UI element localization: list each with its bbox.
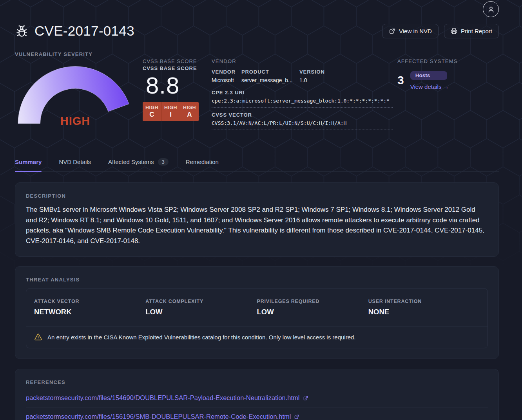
print-report-label: Print Report — [461, 28, 492, 34]
tab-bar: Summary NVD Details Affected Systems 3 R… — [15, 158, 499, 172]
vendor-field-value: Microsoft — [212, 77, 234, 83]
integrity-letter: I — [170, 111, 172, 119]
attack-complexity-label: ATTACK COMPLEXITY — [145, 299, 257, 304]
description-card: DESCRIPTION The SMBv1 server in Microsof… — [15, 182, 499, 257]
external-link-icon — [389, 28, 395, 34]
cpe-uri-value: cpe:2.3:a:microsoft:server_message_block… — [212, 98, 393, 108]
cvss-vector-label: CVSS VECTOR — [212, 112, 393, 118]
attack-vector-label: ATTACK VECTOR — [34, 299, 145, 304]
cvss-vector-block: CVSS VECTOR CVSS:3.1/AV:N/AC:L/PR:L/UI:N… — [212, 112, 393, 130]
severity-gauge: HIGH — [15, 65, 136, 128]
vendor-section-label: VENDOR — [212, 58, 393, 64]
cia-impact-badges: HIGH C HIGH I HIGH A — [143, 102, 199, 121]
severity-gauge-label: HIGH — [15, 115, 136, 128]
severity-column: VULNERABILITY SEVERITY HIGH — [15, 51, 141, 130]
privileges-required-label: PRIVILEGES REQUIRED — [257, 299, 368, 304]
cpe-uri-label: CPE 2.3 URI — [212, 90, 393, 96]
tab-nvd-details[interactable]: NVD Details — [59, 158, 91, 171]
affected-systems-count: 3 — [397, 74, 404, 86]
tab-affected-systems-label: Affected Systems — [108, 159, 154, 165]
references-card: REFERENCES packetstormsecurity.com/files… — [15, 369, 499, 420]
threat-analysis-card: THREAT ANALYSIS ATTACK VECTOR NETWORK AT… — [15, 266, 499, 359]
attack-vector-metric: ATTACK VECTOR NETWORK — [34, 299, 145, 316]
tab-summary[interactable]: Summary — [15, 158, 42, 171]
product-field-label: PRODUCT — [241, 69, 299, 75]
hosts-badge: Hosts — [410, 71, 447, 80]
view-details-link[interactable]: View details → — [410, 83, 449, 90]
attack-vector-value: NETWORK — [34, 308, 145, 316]
external-link-icon — [303, 395, 308, 401]
vendor-field-label: VENDOR — [212, 69, 241, 75]
reference-link-1-text: packetstormsecurity.com/files/154690/DOU… — [26, 394, 300, 402]
cpe-uri-block: CPE 2.3 URI cpe:2.3:a:microsoft:server_m… — [212, 90, 393, 108]
tab-remediation-label: Remediation — [186, 159, 219, 165]
threat-analysis-label: THREAT ANALYSIS — [26, 277, 488, 283]
tab-remediation[interactable]: Remediation — [186, 158, 219, 171]
view-in-nvd-label: View in NVD — [399, 28, 432, 34]
reference-link-2[interactable]: packetstormsecurity.com/files/156196/SMB… — [26, 413, 299, 420]
product-field: PRODUCT server_message_b... — [241, 69, 299, 84]
reference-row: packetstormsecurity.com/files/154690/DOU… — [26, 389, 488, 407]
privileges-required-value: LOW — [257, 308, 368, 316]
cvss-score-value: 8.8 — [146, 73, 201, 98]
user-avatar[interactable] — [483, 1, 499, 17]
description-label: DESCRIPTION — [26, 193, 488, 199]
reference-row: packetstormsecurity.com/files/156196/SMB… — [26, 407, 488, 420]
integrity-level: HIGH — [164, 105, 177, 110]
user-interaction-value: NONE — [368, 308, 480, 316]
cvss-score-label-bold: CVSS BASE SCORE — [143, 65, 201, 71]
view-in-nvd-button[interactable]: View in NVD — [382, 24, 439, 38]
print-report-button[interactable]: Print Report — [444, 24, 499, 38]
version-field: VERSION 1.0 — [299, 69, 393, 84]
user-icon — [487, 5, 495, 14]
cvss-score-column: CVSS BASE SCORE CVSS BASE SCORE 8.8 HIGH… — [143, 58, 201, 130]
tab-summary-label: Summary — [15, 159, 42, 165]
availability-level: HIGH — [183, 105, 196, 110]
warning-triangle-icon — [34, 333, 42, 341]
external-link-icon — [294, 414, 299, 420]
integrity-badge: HIGH I — [161, 102, 180, 121]
availability-letter: A — [187, 111, 192, 119]
affected-systems-label: AFFECTED SYSTEMS — [397, 58, 499, 64]
reference-link-2-text: packetstormsecurity.com/files/156196/SMB… — [26, 413, 291, 420]
confidentiality-badge: HIGH C — [143, 102, 161, 121]
confidentiality-letter: C — [149, 111, 154, 119]
references-label: REFERENCES — [26, 379, 488, 385]
printer-icon — [451, 28, 457, 34]
tab-affected-systems-count-badge: 3 — [158, 158, 169, 166]
top-bar — [15, 0, 499, 19]
page-header: CVE-2017-0143 View in NVD Print Report — [15, 23, 499, 39]
threat-metrics-box: ATTACK VECTOR NETWORK ATTACK COMPLEXITY … — [26, 288, 488, 348]
reference-link-1[interactable]: packetstormsecurity.com/files/154690/DOU… — [26, 394, 308, 402]
version-field-value: 1.0 — [299, 77, 307, 83]
user-interaction-metric: USER INTERACTION NONE — [368, 299, 480, 316]
tab-nvd-details-label: NVD Details — [59, 159, 91, 165]
vendor-column: VENDOR VENDOR Microsoft PRODUCT server_m… — [212, 58, 393, 130]
product-field-value: server_message_b... — [241, 77, 293, 83]
availability-badge: HIGH A — [180, 102, 199, 121]
page-title: CVE-2017-0143 — [34, 23, 134, 39]
user-interaction-label: USER INTERACTION — [368, 299, 480, 304]
cvss-vector-value: CVSS:3.1/AV:N/AC:L/PR:L/UI:N/S:U/C:H/I:H… — [212, 120, 393, 130]
cisa-warning-text: An entry exists in the CISA Known Exploi… — [47, 334, 356, 341]
tab-affected-systems[interactable]: Affected Systems 3 — [108, 158, 169, 171]
severity-section-label: VULNERABILITY SEVERITY — [15, 51, 141, 57]
vendor-field: VENDOR Microsoft — [212, 69, 241, 84]
version-field-label: VERSION — [299, 69, 393, 75]
attack-complexity-value: LOW — [145, 308, 257, 316]
cisa-warning-row: An entry exists in the CISA Known Exploi… — [26, 326, 488, 348]
attack-complexity-metric: ATTACK COMPLEXITY LOW — [145, 299, 257, 316]
confidentiality-level: HIGH — [145, 105, 158, 110]
privileges-required-metric: PRIVILEGES REQUIRED LOW — [257, 299, 368, 316]
bug-icon — [15, 24, 29, 38]
description-text: The SMBv1 server in Microsoft Windows Vi… — [26, 205, 488, 246]
affected-systems-column: AFFECTED SYSTEMS 3 Hosts View details → — [397, 58, 499, 130]
cvss-score-label-light: CVSS BASE SCORE — [143, 58, 201, 64]
vulnerability-summary-section: VULNERABILITY SEVERITY HIGH CVSS BASE SC… — [15, 51, 499, 130]
